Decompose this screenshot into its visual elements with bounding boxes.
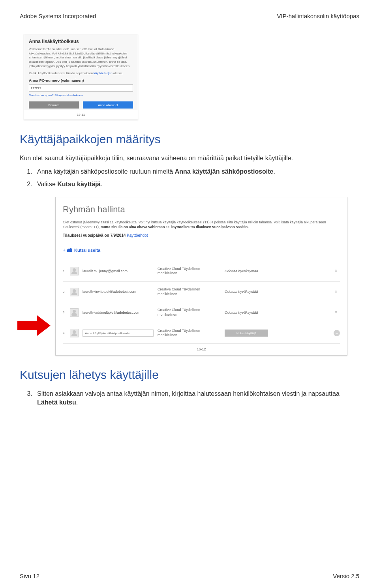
- user-row: 1 laurelh75+jenny@gmail.com Creative Clo…: [63, 261, 340, 281]
- status-text: Odottaa hyväksyntää: [225, 310, 284, 315]
- avatar-icon: [70, 267, 79, 275]
- header-right: VIP-hallintakonsolin käyttöopas: [277, 12, 359, 20]
- invite-multiple-link[interactable]: + Kutsu useita: [63, 247, 100, 254]
- status-text: Odottaa hyväksyntää: [225, 289, 284, 294]
- invite-user-button[interactable]: Kutsu käyttäjä: [225, 330, 268, 337]
- panel-intro: Olet ostanut jälleenmyyjältäsi 11 käyttö…: [63, 220, 340, 230]
- section-heading-send-invites: Kutsujen lähetys käyttäjille: [20, 367, 359, 383]
- user-row: 2 laurelh+invitetest@adobetest.com Creat…: [63, 281, 340, 302]
- dialog-description: Valitsemalla "Anna oikeudet" ilmaiset, e…: [29, 47, 133, 69]
- user-row-input: 4 Creative Cloud Täydellinen monikieline…: [63, 323, 340, 344]
- dialog-title: Anna lisäkäyttöoikeus: [29, 38, 133, 45]
- terms-link[interactable]: Käyttöehdot: [127, 233, 148, 238]
- user-email: laurelh75+jenny@gmail.com: [83, 269, 158, 274]
- dialog-terms: Kaikki käyttöoikeudet ovat tämän sopimuk…: [29, 71, 133, 75]
- step-text: .: [76, 399, 78, 406]
- steps-list-2: Sitten asiakkaan valvoja antaa käyttäjän…: [34, 390, 359, 407]
- step-text: .: [101, 181, 102, 187]
- row-number: 3: [63, 310, 70, 315]
- section-heading-assign-seats: Käyttäjäpaikkojen määritys: [20, 131, 359, 148]
- terms-text-pre: Kaikki käyttöoikeudet ovat tämän sopimuk…: [29, 71, 94, 75]
- screenshot-grant-rights-dialog: Anna lisäkäyttöoikeus Valitsemalla "Anna…: [24, 34, 138, 120]
- status-text: Odottaa hyväksyntää: [225, 269, 284, 274]
- anniversary-text: Tilauksesi vuosipäivä on 7/9/2014: [63, 233, 127, 238]
- help-link[interactable]: Tarvitsetko apua? Siirry asiakastukeen.: [29, 93, 133, 97]
- product-name: Creative Cloud Täydellinen monikielinen: [158, 287, 225, 296]
- screenshot-team-management: Ryhmän hallinta Olet ostanut jälleenmyyj…: [55, 197, 347, 356]
- avatar-icon: [70, 329, 79, 337]
- po-number-input[interactable]: [29, 84, 133, 92]
- footer-version: Versio 2.5: [333, 572, 359, 580]
- panel-title: Ryhmän hallinta: [63, 204, 340, 216]
- user-email: laurelh+invitetest@adobetest.com: [83, 289, 158, 294]
- invite-multiple-label: Kutsu useita: [74, 247, 100, 253]
- user-email: laurelh+addmultiple@adobetest.com: [83, 310, 158, 315]
- red-arrow-callout: [17, 315, 54, 336]
- header-left: Adobe Systems Incorporated: [20, 12, 96, 20]
- row-number: 4: [63, 331, 70, 335]
- remove-user-icon[interactable]: ×: [332, 267, 340, 275]
- avatar-icon: [70, 308, 79, 317]
- plus-icon: +: [63, 247, 66, 254]
- step-1: Anna käyttäjän sähköpostiosoite ruutuun …: [34, 167, 359, 176]
- document-footer: Sivu 12 Versio 2.5: [20, 570, 359, 580]
- po-number-label: Anna PO-numero (valinnainen): [29, 78, 133, 83]
- row-number: 1: [63, 269, 70, 273]
- section-intro: Kun olet saanut käyttäjäpaikkoja tiliin,…: [20, 154, 359, 163]
- avatar-icon: [70, 288, 79, 296]
- footer-page: Sivu 12: [20, 572, 39, 580]
- people-icon: [67, 248, 73, 252]
- product-name: Creative Cloud Täydellinen monikielinen: [158, 267, 225, 276]
- step-text: Valitse: [37, 181, 57, 187]
- step-bold: Anna käyttäjän sähköpostiosoite: [175, 168, 274, 175]
- product-name: Creative Cloud Täydellinen monikielinen: [158, 329, 225, 338]
- anniversary-row: Tilauksesi vuosipäivä on 7/9/2014 Käyttö…: [63, 233, 340, 238]
- user-row: 3 laurelh+addmultiple@adobetest.com Crea…: [63, 302, 340, 322]
- figure-number: 16-12: [56, 344, 347, 355]
- cancel-button[interactable]: Peruuta: [29, 101, 79, 109]
- step-2: Valitse Kutsu käyttäjä.: [34, 180, 359, 189]
- grant-rights-button[interactable]: Anna oikeudet: [83, 101, 133, 109]
- step-3: Sitten asiakkaan valvoja antaa käyttäjän…: [34, 390, 359, 407]
- remove-row-icon[interactable]: –: [334, 330, 340, 336]
- figure-number: 16-11: [24, 110, 138, 119]
- intro-bold: mutta sinulla on aina oltava vähintään 1…: [101, 225, 249, 229]
- terms-link[interactable]: käyttöehtojen: [94, 71, 113, 75]
- product-name: Creative Cloud Täydellinen monikielinen: [158, 308, 225, 317]
- step-bold: Kutsu käyttäjä: [57, 181, 100, 187]
- step-text: Sitten asiakkaan valvoja antaa käyttäjän…: [37, 390, 340, 397]
- step-text: Anna käyttäjän sähköpostiosoite ruutuun …: [37, 168, 175, 175]
- step-text: .: [274, 168, 275, 175]
- step-bold: Lähetä kutsu: [37, 399, 76, 406]
- user-email-input[interactable]: [83, 330, 154, 337]
- document-header: Adobe Systems Incorporated VIP-hallintak…: [20, 12, 359, 22]
- steps-list: Anna käyttäjän sähköpostiosoite ruutuun …: [34, 167, 359, 189]
- remove-user-icon[interactable]: ×: [332, 288, 340, 296]
- row-number: 2: [63, 290, 70, 294]
- remove-user-icon[interactable]: ×: [332, 309, 340, 316]
- terms-text-post: alaisia.: [113, 71, 123, 75]
